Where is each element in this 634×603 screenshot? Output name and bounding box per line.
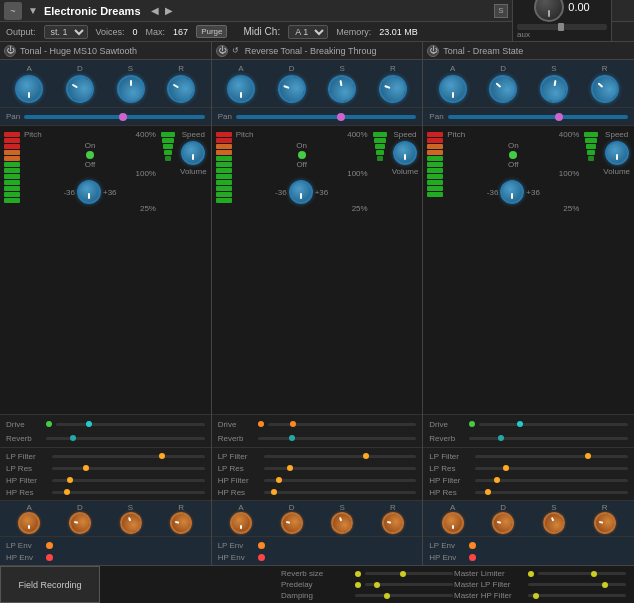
adsr-attack-knob-2[interactable] xyxy=(227,75,255,103)
lp-res-thumb-2[interactable] xyxy=(287,465,293,471)
hp-filter-slider-1[interactable] xyxy=(52,479,205,482)
hp-filter-slider-3[interactable] xyxy=(475,479,628,482)
master-hp-thumb[interactable] xyxy=(533,593,539,599)
pan-slider-3[interactable] xyxy=(448,115,628,119)
lp-filter-thumb-1[interactable] xyxy=(159,453,165,459)
volume-knob-1[interactable] xyxy=(77,180,101,204)
adsr-attack-knob-3[interactable] xyxy=(439,75,467,103)
lower-decay-1[interactable] xyxy=(67,510,92,535)
power-button-1[interactable]: ⏻ xyxy=(4,45,16,57)
hp-res-slider-3[interactable] xyxy=(475,491,628,494)
nav-right-icon[interactable]: ▶ xyxy=(165,5,173,16)
adsr-sustain-knob-2[interactable] xyxy=(326,73,358,105)
predelay-slider[interactable] xyxy=(365,583,453,586)
hp-res-slider-1[interactable] xyxy=(52,491,205,494)
adsr-decay-knob-2[interactable] xyxy=(274,71,310,107)
pitch-on-dot-1[interactable] xyxy=(86,151,94,159)
reverb-slider-1[interactable] xyxy=(46,437,205,440)
chevron-down-icon[interactable]: ▼ xyxy=(28,5,38,16)
lp-res-slider-2[interactable] xyxy=(264,467,417,470)
hp-env-dot-3[interactable] xyxy=(469,554,476,561)
power-button-3[interactable]: ⏻ xyxy=(427,45,439,57)
midi-select[interactable]: A 1 xyxy=(288,25,328,39)
purge-button[interactable]: Purge xyxy=(196,25,227,38)
master-limiter-slider[interactable] xyxy=(538,572,626,575)
reverb-size-slider[interactable] xyxy=(365,572,453,575)
lp-res-slider-3[interactable] xyxy=(475,467,628,470)
master-lp-slider[interactable] xyxy=(528,583,626,586)
hp-env-dot-1[interactable] xyxy=(46,554,53,561)
lp-filter-thumb-3[interactable] xyxy=(585,453,591,459)
lp-filter-slider-2[interactable] xyxy=(264,455,417,458)
lp-filter-slider-3[interactable] xyxy=(475,455,628,458)
adsr-release-knob-1[interactable] xyxy=(162,70,200,108)
reverb-slider-3[interactable] xyxy=(469,437,628,440)
adsr-sustain-knob-3[interactable] xyxy=(538,73,570,105)
adsr-attack-knob-1[interactable] xyxy=(15,75,43,103)
hp-res-thumb-1[interactable] xyxy=(64,489,70,495)
output-select[interactable]: st. 1 xyxy=(44,25,88,39)
hp-filter-thumb-2[interactable] xyxy=(276,477,282,483)
adsr-release-knob-3[interactable] xyxy=(585,69,624,108)
field-recording-button[interactable]: Field Recording xyxy=(0,566,100,603)
reverb-size-thumb[interactable] xyxy=(400,571,406,577)
tune-knob[interactable] xyxy=(534,0,564,22)
pitch-on-dot-3[interactable] xyxy=(509,151,517,159)
pan-slider-1[interactable] xyxy=(24,115,204,119)
nav-left-icon[interactable]: ◀ xyxy=(151,5,159,16)
lp-res-thumb-3[interactable] xyxy=(503,465,509,471)
volume-knob-3[interactable] xyxy=(500,180,524,204)
hp-filter-thumb-3[interactable] xyxy=(494,477,500,483)
lower-attack-3[interactable] xyxy=(442,512,464,534)
lp-res-thumb-1[interactable] xyxy=(83,465,89,471)
lower-decay-3[interactable] xyxy=(491,510,516,535)
drive-dot-1[interactable] xyxy=(46,421,52,427)
drive-slider-2[interactable] xyxy=(268,423,417,426)
damping-thumb[interactable] xyxy=(384,593,390,599)
master-lp-thumb[interactable] xyxy=(602,582,608,588)
hp-res-thumb-3[interactable] xyxy=(485,489,491,495)
speed-knob-3[interactable] xyxy=(605,141,629,165)
drive-slider-3[interactable] xyxy=(479,423,628,426)
reverb-size-dot[interactable] xyxy=(355,571,361,577)
pitch-on-dot-2[interactable] xyxy=(298,151,306,159)
lower-release-2[interactable] xyxy=(380,510,405,535)
s-button[interactable]: S xyxy=(494,4,508,18)
pan-slider-2[interactable] xyxy=(236,115,416,119)
hp-filter-slider-2[interactable] xyxy=(264,479,417,482)
master-hp-slider[interactable] xyxy=(528,594,626,597)
pan-thumb-2[interactable] xyxy=(337,113,345,121)
adsr-release-knob-2[interactable] xyxy=(375,71,411,107)
lower-release-3[interactable] xyxy=(592,510,617,535)
drive-thumb-1[interactable] xyxy=(86,421,92,427)
adsr-sustain-knob-1[interactable] xyxy=(117,75,145,103)
lp-env-dot-1[interactable] xyxy=(46,542,53,549)
speed-knob-2[interactable] xyxy=(393,141,417,165)
predelay-thumb[interactable] xyxy=(374,582,380,588)
reverb-thumb-2[interactable] xyxy=(289,435,295,441)
lower-attack-2[interactable] xyxy=(230,512,252,534)
reverb-thumb-3[interactable] xyxy=(498,435,504,441)
pan-thumb-1[interactable] xyxy=(119,113,127,121)
lp-env-dot-3[interactable] xyxy=(469,542,476,549)
drive-thumb-2[interactable] xyxy=(290,421,296,427)
lower-decay-2[interactable] xyxy=(279,510,304,535)
hp-filter-thumb-1[interactable] xyxy=(67,477,73,483)
adsr-decay-knob-3[interactable] xyxy=(484,69,523,108)
lp-filter-thumb-2[interactable] xyxy=(363,453,369,459)
drive-dot-2[interactable] xyxy=(258,421,264,427)
adsr-decay-knob-1[interactable] xyxy=(61,70,99,108)
reverb-slider-2[interactable] xyxy=(258,437,417,440)
lower-sustain-3[interactable] xyxy=(540,509,568,537)
damping-slider[interactable] xyxy=(355,594,453,597)
volume-knob-2[interactable] xyxy=(289,180,313,204)
power-button-2[interactable]: ⏻ xyxy=(216,45,228,57)
hp-res-thumb-2[interactable] xyxy=(271,489,277,495)
tune-pitch-slider[interactable] xyxy=(558,23,564,31)
hp-env-dot-2[interactable] xyxy=(258,554,265,561)
lower-release-1[interactable] xyxy=(169,510,194,535)
lp-filter-slider-1[interactable] xyxy=(52,455,205,458)
lp-env-dot-2[interactable] xyxy=(258,542,265,549)
hp-res-slider-2[interactable] xyxy=(264,491,417,494)
lower-sustain-1[interactable] xyxy=(117,509,145,537)
